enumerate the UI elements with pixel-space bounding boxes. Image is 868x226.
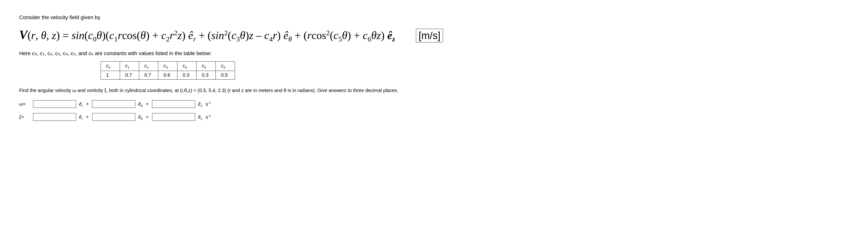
omega-input-theta[interactable] <box>92 100 135 108</box>
xi-basis-r: êr <box>79 111 83 123</box>
xi-input-r[interactable] <box>33 113 76 121</box>
col-header-c2: c2 <box>139 62 158 71</box>
unit-label: [m/s] <box>416 29 443 43</box>
xi-basis-z: êz <box>198 111 202 123</box>
xi-plus-2: + <box>146 111 149 123</box>
xi-input-theta[interactable] <box>92 113 135 121</box>
xi-row: ξ= êr + êθ + êz s-1 <box>19 111 849 123</box>
col-header-c6: c6 <box>216 62 235 71</box>
omega-basis-z: êz <box>198 98 202 110</box>
omega-row: ω= êr + êθ + êz s-1 <box>19 98 849 110</box>
val-c6: 0.5 <box>216 71 235 80</box>
xi-basis-theta: êθ <box>138 111 143 123</box>
omega-input-r[interactable] <box>33 100 76 108</box>
omega-unit: s-1 <box>206 98 211 110</box>
xi-input-z[interactable] <box>152 113 195 121</box>
val-c1: 0.7 <box>120 71 139 80</box>
omega-plus-2: + <box>146 98 149 110</box>
val-c0: 1 <box>101 71 120 80</box>
omega-basis-theta: êθ <box>138 98 143 110</box>
val-c4: 0.3 <box>178 71 196 80</box>
equation-bold-V: V <box>19 28 28 42</box>
table-row: 1 0.7 0.7 0.6 0.3 0.3 0.5 <box>101 71 235 80</box>
xi-label: ξ= <box>19 111 31 123</box>
omega-plus-1: + <box>86 98 89 110</box>
col-header-c4: c4 <box>178 62 196 71</box>
omega-label: ω= <box>19 98 31 110</box>
e-hat-z: êz <box>388 29 395 41</box>
answer-rows: ω= êr + êθ + êz s-1 ξ= êr + êθ + êz s-1 <box>19 98 849 123</box>
omega-input-z[interactable] <box>152 100 195 108</box>
val-c5: 0.3 <box>196 71 216 80</box>
find-text: Find the angular velocity ω and vorticit… <box>19 87 849 94</box>
constants-table: c0 c1 c2 c3 c4 c5 c6 1 0.7 0.7 0.6 0.3 0… <box>100 61 235 80</box>
val-c3: 0.6 <box>158 71 178 80</box>
description-text: Here c₀, c₁, c₂, c₃, c₄, c₅, and c₆ are … <box>19 50 849 57</box>
xi-plus-1: + <box>86 111 89 123</box>
e-hat-r: êr <box>188 29 196 41</box>
col-header-c1: c1 <box>120 62 139 71</box>
e-hat-theta: êθ <box>283 29 292 41</box>
xi-unit: s-1 <box>206 111 211 123</box>
col-header-c5: c5 <box>196 62 216 71</box>
col-header-c0: c0 <box>101 62 120 71</box>
col-header-c3: c3 <box>158 62 178 71</box>
main-equation: V(r, θ, z) = sin(c0θ)(c1rcos(θ) + c2r2z)… <box>19 28 849 43</box>
omega-basis-r: êr <box>79 98 83 110</box>
intro-text: Consider the velocity field given by <box>19 15 849 21</box>
val-c2: 0.7 <box>139 71 158 80</box>
